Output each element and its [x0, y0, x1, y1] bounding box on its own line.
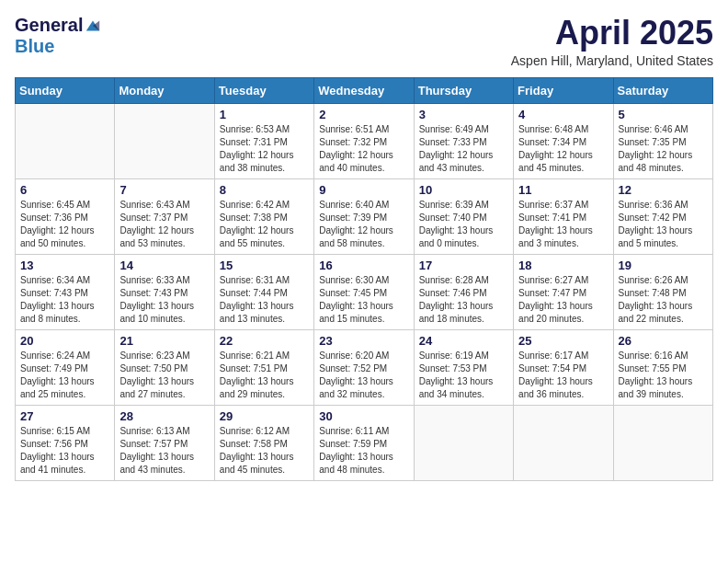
day-info: Sunrise: 6:30 AM Sunset: 7:45 PM Dayligh…	[319, 274, 408, 326]
calendar-week-row: 27Sunrise: 6:15 AM Sunset: 7:56 PM Dayli…	[16, 405, 713, 480]
table-row: 16Sunrise: 6:30 AM Sunset: 7:45 PM Dayli…	[314, 254, 414, 329]
day-info: Sunrise: 6:19 AM Sunset: 7:53 PM Dayligh…	[419, 350, 508, 401]
table-row: 14Sunrise: 6:33 AM Sunset: 7:43 PM Dayli…	[115, 254, 214, 329]
table-row	[115, 103, 214, 178]
header-sunday: Sunday	[16, 77, 115, 103]
day-info: Sunrise: 6:27 AM Sunset: 7:47 PM Dayligh…	[518, 274, 608, 326]
day-number: 21	[119, 334, 209, 348]
location-subtitle: Aspen Hill, Maryland, United States	[511, 53, 713, 68]
logo-general-text: General	[15, 15, 83, 36]
table-row: 23Sunrise: 6:20 AM Sunset: 7:52 PM Dayli…	[314, 329, 414, 405]
table-row: 22Sunrise: 6:21 AM Sunset: 7:51 PM Dayli…	[214, 329, 313, 405]
day-number: 22	[220, 334, 309, 348]
day-number: 15	[220, 259, 309, 272]
day-info: Sunrise: 6:42 AM Sunset: 7:38 PM Dayligh…	[220, 199, 309, 250]
table-row: 11Sunrise: 6:37 AM Sunset: 7:41 PM Dayli…	[514, 178, 613, 254]
table-row: 26Sunrise: 6:16 AM Sunset: 7:55 PM Dayli…	[613, 329, 712, 405]
day-info: Sunrise: 6:48 AM Sunset: 7:34 PM Dayligh…	[518, 123, 608, 175]
table-row	[613, 405, 712, 480]
day-info: Sunrise: 6:26 AM Sunset: 7:48 PM Dayligh…	[619, 274, 708, 326]
header-wednesday: Wednesday	[314, 77, 414, 103]
table-row: 13Sunrise: 6:34 AM Sunset: 7:43 PM Dayli…	[16, 254, 115, 329]
day-number: 14	[119, 259, 209, 272]
day-number: 1	[220, 108, 309, 121]
calendar-table: Sunday Monday Tuesday Wednesday Thursday…	[15, 77, 713, 481]
header-saturday: Saturday	[613, 77, 712, 103]
day-info: Sunrise: 6:17 AM Sunset: 7:54 PM Dayligh…	[518, 350, 608, 401]
day-number: 10	[419, 183, 508, 197]
title-area: April 2025 Aspen Hill, Maryland, United …	[511, 15, 713, 68]
table-row: 24Sunrise: 6:19 AM Sunset: 7:53 PM Dayli…	[414, 329, 513, 405]
day-number: 8	[220, 183, 309, 197]
calendar-week-row: 6Sunrise: 6:45 AM Sunset: 7:36 PM Daylig…	[16, 178, 713, 254]
header-friday: Friday	[514, 77, 613, 103]
day-number: 24	[419, 334, 508, 348]
day-number: 3	[419, 108, 508, 121]
header-monday: Monday	[115, 77, 214, 103]
day-info: Sunrise: 6:16 AM Sunset: 7:55 PM Dayligh…	[619, 350, 708, 401]
day-info: Sunrise: 6:34 AM Sunset: 7:43 PM Dayligh…	[20, 274, 109, 326]
day-info: Sunrise: 6:21 AM Sunset: 7:51 PM Dayligh…	[220, 350, 309, 401]
header-tuesday: Tuesday	[214, 77, 313, 103]
day-number: 13	[20, 259, 109, 272]
day-number: 27	[20, 409, 109, 423]
table-row: 28Sunrise: 6:13 AM Sunset: 7:57 PM Dayli…	[115, 405, 214, 480]
day-number: 18	[518, 259, 608, 272]
table-row: 5Sunrise: 6:46 AM Sunset: 7:35 PM Daylig…	[613, 103, 712, 178]
day-number: 30	[319, 409, 408, 423]
table-row: 29Sunrise: 6:12 AM Sunset: 7:58 PM Dayli…	[214, 405, 313, 480]
day-info: Sunrise: 6:31 AM Sunset: 7:44 PM Dayligh…	[220, 274, 309, 326]
day-info: Sunrise: 6:36 AM Sunset: 7:42 PM Dayligh…	[619, 199, 708, 250]
day-info: Sunrise: 6:51 AM Sunset: 7:32 PM Dayligh…	[319, 123, 408, 175]
day-number: 6	[20, 183, 109, 197]
day-number: 23	[319, 334, 408, 348]
day-number: 16	[319, 259, 408, 272]
day-info: Sunrise: 6:53 AM Sunset: 7:31 PM Dayligh…	[220, 123, 309, 175]
table-row: 25Sunrise: 6:17 AM Sunset: 7:54 PM Dayli…	[514, 329, 613, 405]
day-info: Sunrise: 6:28 AM Sunset: 7:46 PM Dayligh…	[419, 274, 508, 326]
day-number: 19	[619, 259, 708, 272]
table-row: 27Sunrise: 6:15 AM Sunset: 7:56 PM Dayli…	[16, 405, 115, 480]
day-number: 29	[220, 409, 309, 423]
day-info: Sunrise: 6:37 AM Sunset: 7:41 PM Dayligh…	[518, 199, 608, 250]
table-row: 2Sunrise: 6:51 AM Sunset: 7:32 PM Daylig…	[314, 103, 414, 178]
table-row: 1Sunrise: 6:53 AM Sunset: 7:31 PM Daylig…	[214, 103, 313, 178]
table-row: 3Sunrise: 6:49 AM Sunset: 7:33 PM Daylig…	[414, 103, 513, 178]
day-info: Sunrise: 6:46 AM Sunset: 7:35 PM Dayligh…	[619, 123, 708, 175]
table-row: 21Sunrise: 6:23 AM Sunset: 7:50 PM Dayli…	[115, 329, 214, 405]
table-row: 17Sunrise: 6:28 AM Sunset: 7:46 PM Dayli…	[414, 254, 513, 329]
table-row	[514, 405, 613, 480]
day-info: Sunrise: 6:11 AM Sunset: 7:59 PM Dayligh…	[319, 425, 408, 477]
day-number: 9	[319, 183, 408, 197]
table-row: 15Sunrise: 6:31 AM Sunset: 7:44 PM Dayli…	[214, 254, 313, 329]
day-info: Sunrise: 6:39 AM Sunset: 7:40 PM Dayligh…	[419, 199, 508, 250]
day-info: Sunrise: 6:43 AM Sunset: 7:37 PM Dayligh…	[119, 199, 209, 250]
header-thursday: Thursday	[414, 77, 513, 103]
table-row	[414, 405, 513, 480]
month-title: April 2025	[511, 15, 713, 52]
day-info: Sunrise: 6:15 AM Sunset: 7:56 PM Dayligh…	[20, 425, 109, 477]
logo: General Blue	[15, 15, 101, 57]
table-row	[16, 103, 115, 178]
logo-icon	[85, 17, 101, 34]
day-info: Sunrise: 6:12 AM Sunset: 7:58 PM Dayligh…	[220, 425, 309, 477]
table-row: 6Sunrise: 6:45 AM Sunset: 7:36 PM Daylig…	[16, 178, 115, 254]
table-row: 19Sunrise: 6:26 AM Sunset: 7:48 PM Dayli…	[613, 254, 712, 329]
day-number: 4	[518, 108, 608, 121]
day-number: 17	[419, 259, 508, 272]
day-number: 12	[619, 183, 708, 197]
table-row: 12Sunrise: 6:36 AM Sunset: 7:42 PM Dayli…	[613, 178, 712, 254]
day-number: 20	[20, 334, 109, 348]
day-number: 11	[518, 183, 608, 197]
day-number: 7	[119, 183, 209, 197]
calendar-header-row: Sunday Monday Tuesday Wednesday Thursday…	[16, 77, 713, 103]
day-number: 5	[619, 108, 708, 121]
day-info: Sunrise: 6:49 AM Sunset: 7:33 PM Dayligh…	[419, 123, 508, 175]
day-info: Sunrise: 6:40 AM Sunset: 7:39 PM Dayligh…	[319, 199, 408, 250]
table-row: 30Sunrise: 6:11 AM Sunset: 7:59 PM Dayli…	[314, 405, 414, 480]
calendar-week-row: 20Sunrise: 6:24 AM Sunset: 7:49 PM Dayli…	[16, 329, 713, 405]
calendar-week-row: 13Sunrise: 6:34 AM Sunset: 7:43 PM Dayli…	[16, 254, 713, 329]
calendar-week-row: 1Sunrise: 6:53 AM Sunset: 7:31 PM Daylig…	[16, 103, 713, 178]
table-row: 10Sunrise: 6:39 AM Sunset: 7:40 PM Dayli…	[414, 178, 513, 254]
table-row: 4Sunrise: 6:48 AM Sunset: 7:34 PM Daylig…	[514, 103, 613, 178]
